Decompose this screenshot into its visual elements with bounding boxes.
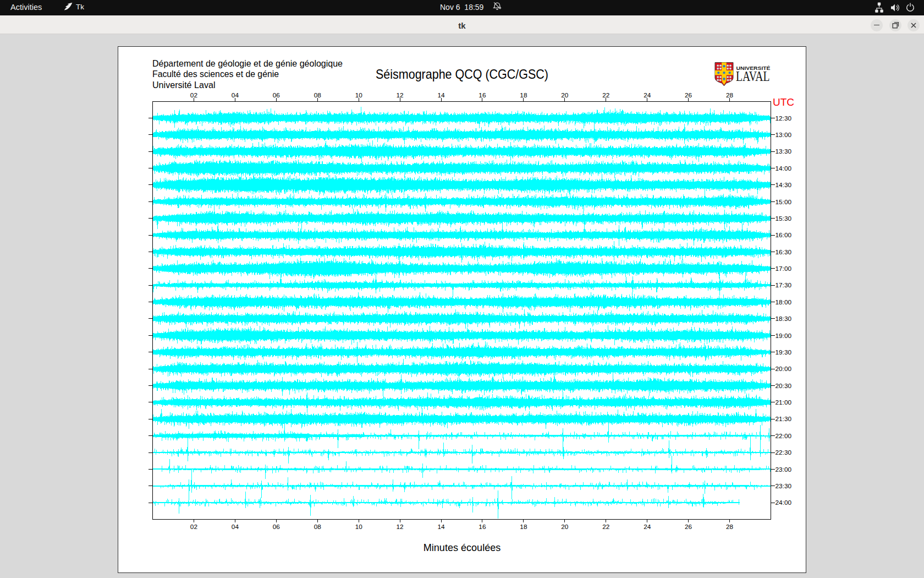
svg-text:26: 26 bbox=[685, 523, 692, 531]
svg-text:18:00: 18:00 bbox=[776, 298, 792, 306]
svg-text:26: 26 bbox=[685, 91, 692, 99]
svg-text:21:30: 21:30 bbox=[776, 415, 792, 423]
svg-text:22:30: 22:30 bbox=[776, 449, 792, 456]
svg-text:06: 06 bbox=[273, 91, 280, 99]
svg-text:20:00: 20:00 bbox=[776, 365, 792, 373]
svg-text:08: 08 bbox=[314, 91, 322, 99]
svg-text:16:00: 16:00 bbox=[776, 231, 792, 239]
svg-text:16: 16 bbox=[479, 91, 486, 99]
svg-text:02: 02 bbox=[190, 523, 197, 531]
svg-text:Département de géologie et de: Département de géologie et de génie géol… bbox=[152, 58, 343, 68]
svg-text:18: 18 bbox=[520, 523, 527, 531]
svg-text:23:00: 23:00 bbox=[776, 466, 792, 473]
svg-text:22: 22 bbox=[602, 91, 609, 99]
svg-text:14:00: 14:00 bbox=[776, 165, 792, 172]
svg-text:28: 28 bbox=[726, 91, 734, 99]
svg-text:22:00: 22:00 bbox=[776, 432, 792, 440]
svg-text:14: 14 bbox=[437, 523, 445, 531]
svg-text:24: 24 bbox=[644, 523, 651, 531]
svg-text:24: 24 bbox=[644, 91, 651, 99]
svg-text:17:00: 17:00 bbox=[776, 265, 792, 272]
svg-text:17:30: 17:30 bbox=[776, 281, 792, 289]
svg-text:04: 04 bbox=[232, 523, 239, 531]
svg-text:10: 10 bbox=[355, 91, 363, 99]
svg-text:18:30: 18:30 bbox=[776, 315, 792, 323]
svg-text:24:00: 24:00 bbox=[776, 499, 792, 506]
svg-text:13:30: 13:30 bbox=[776, 148, 792, 155]
svg-text:12:30: 12:30 bbox=[776, 114, 792, 122]
svg-text:LAVAL: LAVAL bbox=[736, 69, 770, 84]
svg-text:Faculté des sciences et de gén: Faculté des sciences et de génie bbox=[152, 69, 279, 79]
svg-text:12: 12 bbox=[397, 523, 404, 531]
svg-text:16:30: 16:30 bbox=[776, 248, 792, 256]
svg-text:14:30: 14:30 bbox=[776, 181, 792, 189]
svg-text:04: 04 bbox=[232, 91, 239, 99]
svg-text:12: 12 bbox=[397, 91, 404, 99]
svg-text:28: 28 bbox=[726, 523, 734, 531]
svg-text:22: 22 bbox=[602, 523, 609, 531]
svg-text:02: 02 bbox=[190, 91, 197, 99]
svg-text:08: 08 bbox=[314, 523, 322, 531]
svg-text:UTC: UTC bbox=[773, 96, 794, 108]
svg-text:Séismographe QCQ (CGC/GSC): Séismographe QCQ (CGC/GSC) bbox=[376, 67, 548, 81]
svg-text:20: 20 bbox=[561, 91, 569, 99]
svg-text:15:00: 15:00 bbox=[776, 198, 792, 206]
svg-text:23:30: 23:30 bbox=[776, 482, 792, 490]
svg-text:21:00: 21:00 bbox=[776, 399, 792, 406]
svg-text:10: 10 bbox=[355, 523, 363, 531]
svg-text:Université Laval: Université Laval bbox=[152, 80, 216, 90]
svg-text:14: 14 bbox=[437, 91, 445, 99]
svg-text:19:00: 19:00 bbox=[776, 332, 792, 340]
svg-text:16: 16 bbox=[479, 523, 486, 531]
svg-text:13:00: 13:00 bbox=[776, 131, 792, 139]
svg-text:06: 06 bbox=[273, 523, 280, 531]
svg-text:18: 18 bbox=[520, 91, 527, 99]
svg-text:15:30: 15:30 bbox=[776, 215, 792, 222]
svg-text:20:30: 20:30 bbox=[776, 382, 792, 390]
svg-text:Minutes écoulées: Minutes écoulées bbox=[424, 542, 501, 553]
svg-text:20: 20 bbox=[561, 523, 569, 531]
svg-text:19:30: 19:30 bbox=[776, 348, 792, 356]
